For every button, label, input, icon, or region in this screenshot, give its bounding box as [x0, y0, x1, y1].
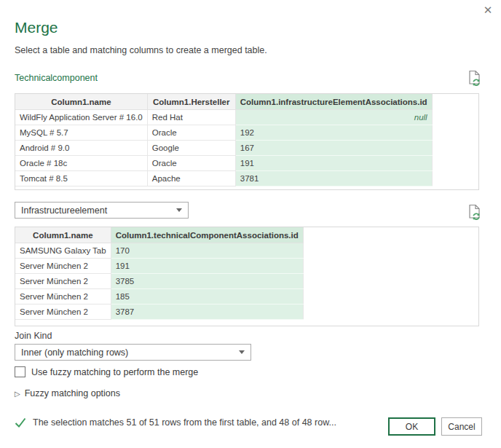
- table-cell[interactable]: Google: [147, 141, 235, 156]
- table-cell[interactable]: Red Hat: [147, 110, 235, 125]
- fuzzy-matching-label: Use fuzzy matching to perform the merge: [31, 367, 198, 377]
- success-check-icon: [15, 417, 26, 428]
- table-cell[interactable]: WildFly Application Server # 16.0: [15, 110, 148, 125]
- table-cell[interactable]: 191: [111, 259, 303, 274]
- table-row: Tomcat # 8.5Apache3781: [15, 171, 433, 186]
- chevron-down-icon: [176, 208, 182, 212]
- join-kind-select[interactable]: Inner (only matching rows): [15, 344, 251, 361]
- status-row: The selection matches 51 of 51 rows from…: [15, 417, 336, 428]
- document-refresh-icon: [468, 204, 482, 221]
- fuzzy-options-label: Fuzzy matching options: [25, 388, 120, 398]
- table2-selector-dropdown[interactable]: Infrastructureelement: [15, 202, 189, 219]
- refresh-preview-icon[interactable]: [468, 70, 482, 87]
- table1-preview-panel: Column1.nameColumn1.HerstellerColumn1.in…: [15, 93, 479, 190]
- document-refresh-icon: [468, 70, 482, 87]
- table1-header-row: Column1.nameColumn1.HerstellerColumn1.in…: [15, 94, 433, 110]
- table-row: WildFly Application Server # 16.0Red Hat…: [15, 110, 433, 125]
- ok-button[interactable]: OK: [388, 417, 435, 436]
- table-cell[interactable]: Server München 2: [15, 274, 111, 289]
- status-message: The selection matches 51 of 51 rows from…: [33, 417, 336, 428]
- table-cell[interactable]: 3781: [235, 171, 432, 186]
- table-cell[interactable]: Oracle # 18c: [15, 156, 148, 171]
- table-row: Android # 9.0Google167: [15, 141, 433, 156]
- table-cell[interactable]: Server München 2: [15, 289, 111, 304]
- table-cell[interactable]: Server München 2: [15, 304, 111, 320]
- table-cell[interactable]: 185: [111, 289, 303, 304]
- page-title: Merge: [15, 19, 58, 36]
- table-cell[interactable]: 167: [235, 141, 432, 156]
- chevron-down-icon: [239, 350, 245, 354]
- table2: Column1.nameColumn1.technicalComponentAs…: [15, 227, 304, 320]
- table-cell[interactable]: Oracle: [147, 156, 235, 171]
- table1-label: Technicalcomponent: [15, 73, 98, 83]
- column-header[interactable]: Column1.name: [15, 94, 148, 110]
- column-header[interactable]: Column1.infrastructureElementAssociation…: [235, 94, 432, 110]
- table-row: MySQL # 5.7Oracle192: [15, 125, 433, 141]
- table-cell[interactable]: Oracle: [147, 125, 235, 141]
- fuzzy-options-expander[interactable]: ▷ Fuzzy matching options: [15, 388, 120, 398]
- table-cell[interactable]: 191: [235, 156, 432, 171]
- table-cell[interactable]: Tomcat # 8.5: [15, 171, 148, 186]
- table-cell[interactable]: 3787: [111, 304, 303, 320]
- table-row: Server München 23785: [15, 274, 304, 289]
- table-row: Server München 2191: [15, 259, 304, 274]
- column-header[interactable]: Column1.technicalComponentAssociations.i…: [111, 227, 303, 243]
- table-cell[interactable]: 192: [235, 125, 432, 141]
- table-row: Server München 2185: [15, 289, 304, 304]
- join-kind-label: Join Kind: [15, 331, 52, 341]
- table-cell[interactable]: Apache: [147, 171, 235, 186]
- merge-dialog: { "dialog": { "title": "Merge", "subtitl…: [0, 0, 501, 448]
- expander-triangle-icon: ▷: [15, 390, 20, 398]
- table2-header-row: Column1.nameColumn1.technicalComponentAs…: [15, 227, 304, 243]
- table2-selector-value: Infrastructureelement: [21, 205, 107, 216]
- table-cell[interactable]: 3785: [111, 274, 303, 289]
- table-cell[interactable]: MySQL # 5.7: [15, 125, 148, 141]
- fuzzy-matching-checkbox[interactable]: [15, 366, 25, 377]
- table-cell[interactable]: null: [235, 110, 432, 125]
- table2-preview-panel: Column1.nameColumn1.technicalComponentAs…: [15, 227, 479, 326]
- table-row: Server München 23787: [15, 304, 304, 320]
- table-cell[interactable]: 170: [111, 243, 303, 259]
- table-row: SAMSUNG Galaxy Tab170: [15, 243, 304, 259]
- column-header[interactable]: Column1.name: [15, 227, 111, 243]
- cancel-button[interactable]: Cancel: [441, 417, 482, 436]
- table-cell[interactable]: Server München 2: [15, 259, 111, 274]
- table-cell[interactable]: Android # 9.0: [15, 141, 148, 156]
- column-header[interactable]: Column1.Hersteller: [147, 94, 235, 110]
- close-icon[interactable]: ✕: [481, 3, 495, 17]
- fuzzy-matching-row: Use fuzzy matching to perform the merge: [15, 366, 198, 377]
- join-kind-value: Inner (only matching rows): [21, 347, 128, 358]
- table-cell[interactable]: SAMSUNG Galaxy Tab: [15, 243, 111, 259]
- table-row: Oracle # 18cOracle191: [15, 156, 433, 171]
- refresh-preview-icon[interactable]: [468, 204, 482, 221]
- table1: Column1.nameColumn1.HerstellerColumn1.in…: [15, 93, 433, 186]
- dialog-subtitle: Select a table and matching columns to c…: [15, 45, 267, 55]
